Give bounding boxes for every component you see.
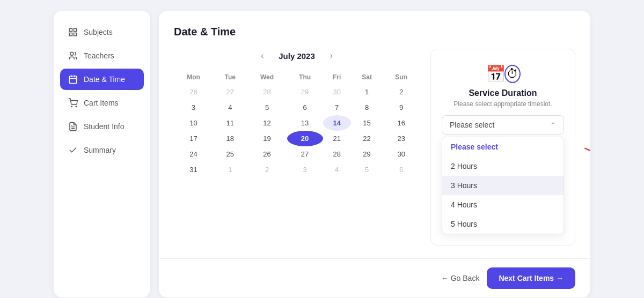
sidebar-item-label: Subjects	[84, 28, 113, 36]
weekday-header: Sat	[351, 70, 383, 84]
calendar-day[interactable]: 29	[287, 84, 323, 100]
timeslot-dropdown: Please select2 Hours3 Hours4 Hours5 Hour…	[442, 137, 564, 234]
next-cart-items-button[interactable]: Next Cart Items →	[487, 267, 575, 289]
sidebar: SubjectsTeachersDate & TimeCart ItemsStu…	[54, 11, 150, 297]
calendar-day[interactable]: 25	[213, 146, 247, 162]
calendar-day[interactable]: 3	[287, 162, 323, 177]
sidebar-item-studentinfo[interactable]: Student Info	[60, 116, 144, 137]
svg-rect-0	[69, 28, 72, 31]
duration-title: Service Duration	[469, 88, 537, 98]
calendar-day[interactable]: 19	[247, 131, 287, 146]
dropdown-option[interactable]: 5 Hours	[442, 214, 564, 234]
calendar-day[interactable]: 13	[287, 115, 323, 131]
sidebar-item-label: Student Info	[84, 122, 125, 131]
users-icon	[68, 50, 78, 61]
page-title: Date & Time	[174, 26, 575, 38]
svg-point-4	[70, 52, 74, 55]
calendar-day[interactable]: 26	[174, 84, 213, 100]
svg-rect-2	[69, 33, 72, 36]
calendar-day[interactable]: 14	[323, 115, 351, 131]
prev-month-button[interactable]: ‹	[257, 49, 268, 63]
calendar-day[interactable]: 23	[383, 131, 420, 146]
next-month-button[interactable]: ›	[326, 49, 337, 63]
calendar-day[interactable]: 2	[383, 84, 420, 100]
calendar-day[interactable]: 9	[383, 100, 420, 115]
calendar-header: ‹ July 2023 ›	[174, 49, 420, 63]
calendar-day[interactable]: 28	[323, 146, 351, 162]
weekday-header: Tue	[213, 70, 247, 84]
svg-point-10	[76, 106, 77, 107]
calendar-day[interactable]: 16	[383, 115, 420, 131]
calendar-day[interactable]: 5	[247, 100, 287, 115]
calendar-day[interactable]: 3	[174, 100, 213, 115]
svg-rect-3	[74, 33, 77, 36]
weekday-header: Wed	[247, 70, 287, 84]
calendar-day[interactable]: 7	[323, 100, 351, 115]
dropdown-option[interactable]: Please select	[442, 137, 564, 157]
calendar-day[interactable]: 24	[174, 146, 213, 162]
calendar-icon	[68, 74, 78, 85]
calendar-day[interactable]: 12	[247, 115, 287, 131]
sidebar-item-cartitems[interactable]: Cart Items	[60, 92, 144, 114]
arrow-pointer	[580, 144, 590, 170]
chevron-up-icon: ⌃	[550, 121, 556, 129]
main-content: Date & Time ‹ July 2023 › MonTueWedThuFr…	[159, 11, 590, 297]
calendar-day[interactable]: 6	[383, 162, 420, 177]
calendar-day[interactable]: 31	[174, 162, 213, 177]
calendar-grid: MonTueWedThuFriSatSun 262728293012345678…	[174, 70, 420, 177]
calendar-day[interactable]: 22	[351, 131, 383, 146]
svg-rect-5	[69, 76, 77, 84]
go-back-button[interactable]: ← Go Back	[441, 274, 480, 282]
weekday-header: Sun	[383, 70, 420, 84]
calendar-day[interactable]: 27	[287, 146, 323, 162]
calendar-day[interactable]: 28	[247, 84, 287, 100]
calendar-month-label: July 2023	[279, 51, 315, 61]
calendar-day[interactable]: 15	[351, 115, 383, 131]
calendar-day[interactable]: 1	[351, 84, 383, 100]
cart-icon	[68, 98, 78, 108]
svg-point-9	[71, 106, 72, 107]
sidebar-item-summary[interactable]: Summary	[60, 139, 144, 161]
calendar-day[interactable]: 29	[351, 146, 383, 162]
check-icon	[68, 145, 78, 155]
weekday-header: Fri	[323, 70, 351, 84]
weekday-header: Mon	[174, 70, 213, 84]
calendar-day[interactable]: 30	[323, 84, 351, 100]
duration-panel: 📅 ⏱ Service Duration Please select appro…	[430, 49, 575, 245]
calendar-day[interactable]: 26	[247, 146, 287, 162]
calendar-day[interactable]: 4	[213, 100, 247, 115]
calendar-day[interactable]: 17	[174, 131, 213, 146]
sidebar-item-label: Cart Items	[84, 99, 119, 107]
svg-line-13	[584, 148, 590, 166]
duration-subtitle: Please select appropriate timeslot.	[453, 100, 552, 108]
dropdown-option[interactable]: 3 Hours	[442, 176, 564, 195]
dropdown-option[interactable]: 4 Hours	[442, 195, 564, 214]
sidebar-item-datetime[interactable]: Date & Time	[60, 69, 144, 90]
calendar-day[interactable]: 21	[323, 131, 351, 146]
calendar-day[interactable]: 5	[351, 162, 383, 177]
calendar-day[interactable]: 1	[213, 162, 247, 177]
sidebar-item-label: Teachers	[84, 51, 114, 60]
calendar-day[interactable]: 10	[174, 115, 213, 131]
calendar-section: ‹ July 2023 › MonTueWedThuFriSatSun 2627…	[174, 49, 420, 245]
page-container: SubjectsTeachersDate & TimeCart ItemsStu…	[54, 11, 590, 297]
calendar-day[interactable]: 6	[287, 100, 323, 115]
sidebar-item-label: Summary	[84, 146, 116, 154]
duration-icon: 📅 ⏱	[486, 64, 521, 83]
calendar-day[interactable]: 2	[247, 162, 287, 177]
calendar-day[interactable]: 20	[287, 131, 323, 146]
svg-rect-1	[74, 28, 77, 31]
calendar-day[interactable]: 11	[213, 115, 247, 131]
footer-bar: ← Go Back Next Cart Items →	[159, 258, 590, 297]
calendar-day[interactable]: 8	[351, 100, 383, 115]
select-value: Please select	[450, 121, 494, 129]
timeslot-select[interactable]: Please select ⌃	[442, 115, 564, 135]
calendar-day[interactable]: 18	[213, 131, 247, 146]
calendar-day[interactable]: 27	[213, 84, 247, 100]
sidebar-item-subjects[interactable]: Subjects	[60, 21, 144, 43]
dropdown-option[interactable]: 2 Hours	[442, 157, 564, 176]
sidebar-item-label: Date & Time	[84, 75, 125, 84]
sidebar-item-teachers[interactable]: Teachers	[60, 45, 144, 66]
calendar-day[interactable]: 30	[383, 146, 420, 162]
calendar-day[interactable]: 4	[323, 162, 351, 177]
